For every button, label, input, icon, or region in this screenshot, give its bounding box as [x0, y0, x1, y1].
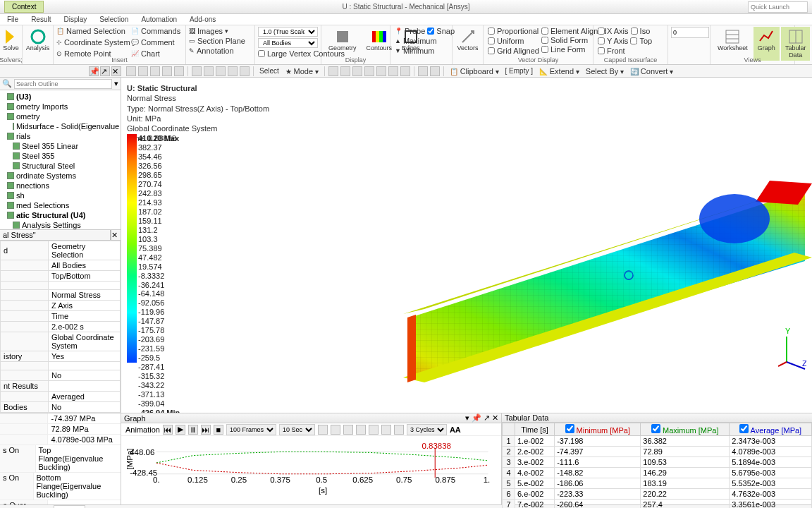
tree-item[interactable]: rials: [1, 131, 119, 141]
outline-dropdown-icon[interactable]: ▾: [114, 79, 118, 88]
anim-opt7-button[interactable]: [394, 425, 404, 435]
menu-display[interactable]: Display: [63, 16, 87, 23]
yaxis-check[interactable]: Y Axis Top: [598, 37, 663, 45]
anim-opt2-button[interactable]: [331, 425, 340, 435]
viewport-3d[interactable]: U: Static Structural Normal Stress Type:…: [121, 78, 812, 413]
tree-item[interactable]: ometry: [1, 111, 119, 121]
menu-result[interactable]: Result: [31, 16, 51, 23]
anim-opt3-button[interactable]: [343, 425, 353, 435]
tabular-button[interactable]: Tabular Data: [781, 27, 811, 61]
anim-opt1-button[interactable]: [318, 425, 328, 435]
images-button[interactable]: 🖼 Images ▾: [189, 27, 252, 35]
anim-stop-button[interactable]: ■: [214, 425, 223, 435]
tabular-data-table[interactable]: Time [s] Minimum [MPa] Maximum [MPa] Ave…: [502, 423, 812, 508]
tb-home-icon[interactable]: [126, 66, 136, 76]
anim-opt6-button[interactable]: [381, 425, 391, 435]
tb-sel8-icon[interactable]: [418, 66, 428, 76]
aa-label[interactable]: AA: [450, 425, 461, 434]
tb-sel1-icon[interactable]: [328, 66, 338, 76]
duration-select[interactable]: 10 Sec: [279, 424, 315, 435]
mode-button[interactable]: ★ Mode ▾: [283, 67, 321, 75]
large-vertex-toggle[interactable]: Large Vertex Contours: [258, 49, 318, 58]
anim-pause-button[interactable]: ⏸: [188, 425, 198, 435]
tree-item[interactable]: nnections: [1, 181, 119, 190]
tb-sel2-icon[interactable]: [340, 66, 350, 76]
menu-selection[interactable]: Selection: [99, 16, 128, 23]
tree-item[interactable]: atic Structural (U4): [1, 210, 119, 220]
geometry-button[interactable]: Geometry: [324, 27, 361, 54]
maximum-button[interactable]: ▲ Maximum: [395, 37, 448, 45]
tb-sel5-icon[interactable]: [376, 66, 386, 76]
tb-sel4-icon[interactable]: [364, 66, 374, 76]
anim-opt4-button[interactable]: [356, 425, 366, 435]
selectby-button[interactable]: Select By ▾: [584, 67, 626, 75]
tree-item[interactable]: Steel 355 Linear: [1, 141, 119, 151]
tree-item[interactable]: Steel 355: [1, 151, 119, 161]
xaxis-check[interactable]: X Axis Iso: [598, 27, 663, 35]
search-icon[interactable]: 🔍: [2, 79, 12, 88]
tb-sel6-icon[interactable]: [388, 66, 398, 76]
tb-fit-icon[interactable]: [150, 66, 160, 76]
commands-button[interactable]: 📄 Commands: [131, 27, 180, 35]
solve-button[interactable]: Solve: [3, 27, 19, 54]
axis-triad[interactable]: Y Z: [778, 328, 806, 370]
graph-button[interactable]: Graph: [753, 27, 780, 61]
details-table[interactable]: dGeometry SelectionAll BodiesTop/BottomN…: [0, 241, 121, 413]
vectors-button[interactable]: Vectors: [455, 27, 480, 54]
tree-item[interactable]: Midsurface - Solid(Eigenvalue Buckling): [1, 121, 119, 131]
tb-zoomin-icon[interactable]: [204, 66, 214, 76]
context-tab[interactable]: Context: [4, 1, 44, 13]
details-close-icon[interactable]: ✕: [111, 231, 118, 239]
menu-automation[interactable]: Automation: [141, 16, 177, 23]
tree-item[interactable]: Structural Steel: [1, 161, 119, 171]
section-plane-button[interactable]: ▭ Section Plane: [189, 37, 252, 45]
iso-value-input[interactable]: [671, 27, 709, 38]
analysis-button[interactable]: Analysis: [25, 27, 50, 54]
front-check[interactable]: Front: [598, 47, 663, 55]
anim-first-button[interactable]: ⏮: [163, 425, 173, 435]
empty-button[interactable]: [ Empty ]: [503, 67, 535, 75]
tab-graph[interactable]: Graph: [54, 505, 85, 508]
worksheet-button[interactable]: Worksheet: [713, 27, 752, 61]
tb-zoomout-icon[interactable]: [216, 66, 226, 76]
tree-item[interactable]: Analysis Settings: [1, 220, 119, 229]
tab-messages[interactable]: Messages: [4, 506, 48, 509]
minimum-button[interactable]: ▼ Minimum: [395, 47, 448, 55]
close-icon[interactable]: ✕: [111, 66, 121, 76]
arrow-icon[interactable]: ↗: [100, 66, 110, 76]
pin-icon[interactable]: 📌: [89, 66, 99, 76]
cycles-select[interactable]: 3 Cycles: [407, 424, 447, 435]
tree-item[interactable]: med Selections: [1, 200, 119, 210]
convert-button[interactable]: 🔄 Convert ▾: [628, 67, 675, 75]
clipboard-button[interactable]: 📋 Clipboard ▾: [448, 67, 501, 75]
frames-select[interactable]: 100 Frames: [226, 424, 276, 435]
tb-sel7-icon[interactable]: [400, 66, 410, 76]
tb-zoomfit-icon[interactable]: [240, 66, 250, 76]
tb-sel9-icon[interactable]: [430, 66, 440, 76]
outline-search-input[interactable]: [14, 79, 112, 89]
tree-item[interactable]: ordinate Systems: [1, 171, 119, 181]
tree-item[interactable]: ometry Imports: [1, 102, 119, 111]
tree-item[interactable]: sh: [1, 190, 119, 200]
tb-rotate-icon[interactable]: [162, 66, 172, 76]
probe-button[interactable]: 📍Probe Snap: [395, 27, 448, 35]
tb-box-icon[interactable]: [192, 66, 202, 76]
annotation-button[interactable]: ✎ Annotation: [189, 47, 252, 55]
quick-launch-input[interactable]: [748, 1, 808, 13]
chart-button[interactable]: 📈 Chart: [131, 49, 180, 58]
menu-file[interactable]: File: [7, 16, 18, 23]
time-graph[interactable]: 448.06 -428.45 [MPa] 0.83838 0.0.1250.25…: [127, 439, 496, 502]
tb-zoom-icon[interactable]: [138, 66, 148, 76]
tb-zoombox-icon[interactable]: [228, 66, 238, 76]
tb-sel3-icon[interactable]: [352, 66, 362, 76]
anim-opt5-button[interactable]: [369, 425, 379, 435]
beam-model[interactable]: [403, 176, 812, 388]
extend-button[interactable]: 📐 Extend ▾: [537, 67, 582, 75]
menu-addons[interactable]: Add-ons: [190, 16, 216, 23]
anim-last-button[interactable]: ⏭: [201, 425, 211, 435]
bodies-dropdown[interactable]: All Bodies: [258, 38, 318, 48]
scale-dropdown[interactable]: 1.0 (True Scale): [258, 27, 318, 37]
tree-item[interactable]: (U3): [1, 92, 119, 102]
outline-tree[interactable]: (U3)ometry ImportsometryMidsurface - Sol…: [0, 90, 121, 229]
tb-pan-icon[interactable]: [174, 66, 184, 76]
